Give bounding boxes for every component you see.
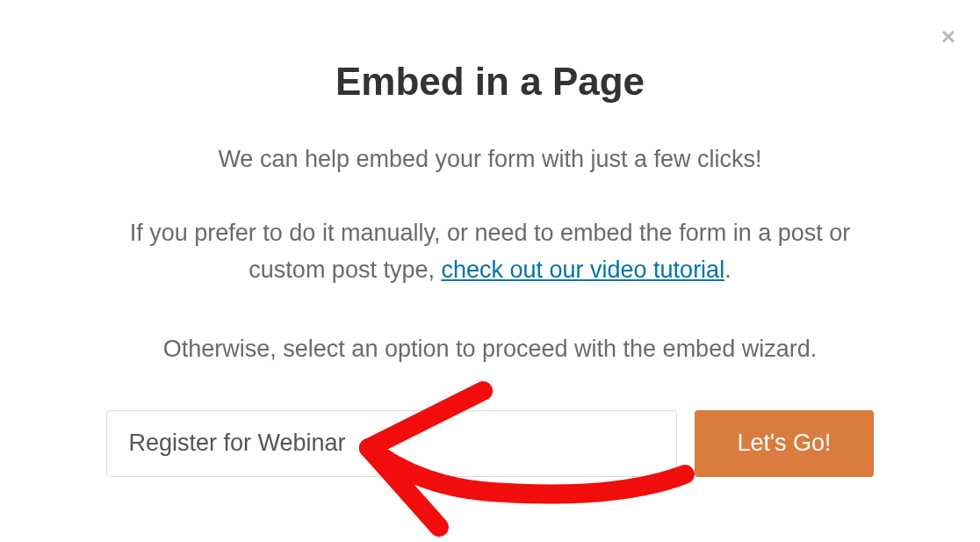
close-button[interactable]: × [941, 25, 955, 49]
form-row: Let's Go! [0, 410, 980, 477]
lets-go-button[interactable]: Let's Go! [695, 410, 873, 477]
modal-paragraph-2: Otherwise, select an option to proceed w… [104, 331, 876, 368]
modal-paragraph-1: If you prefer to do it manually, or need… [104, 215, 876, 289]
modal-title: Embed in a Page [0, 60, 980, 104]
page-name-input[interactable] [106, 410, 677, 477]
paragraph-suffix: . [724, 257, 731, 283]
embed-modal: Embed in a Page We can help embed your f… [0, 0, 980, 477]
modal-subtitle: We can help embed your form with just a … [0, 146, 980, 173]
video-tutorial-link[interactable]: check out our video tutorial [441, 257, 724, 283]
